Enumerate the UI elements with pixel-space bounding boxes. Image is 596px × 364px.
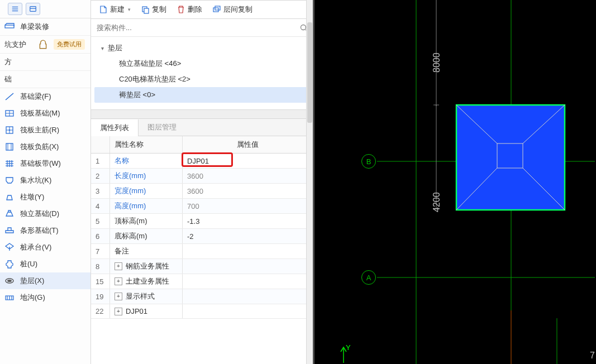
property-name: +DJP01 <box>110 304 183 318</box>
delete-button[interactable]: 删除 <box>172 3 207 16</box>
property-row[interactable]: 19 +显示样式 <box>91 289 313 304</box>
property-value[interactable] <box>183 274 313 289</box>
property-value[interactable]: -1.3 <box>183 214 313 228</box>
component-tree: ▾ 垫层 独立基础垫层 <46> C20电梯基坑垫层 <2> 褥垫层 <0> <box>91 37 313 109</box>
property-value[interactable]: 700 <box>183 199 313 213</box>
header-name: 属性名称 <box>110 136 183 153</box>
search-input[interactable] <box>96 21 299 34</box>
svg-rect-13 <box>6 143 13 150</box>
tree-parent[interactable]: ▾ 垫层 <box>94 40 309 56</box>
new-button[interactable]: 新建 ▾ <box>94 3 135 16</box>
view-card-button[interactable] <box>26 3 40 15</box>
svg-rect-3 <box>30 7 36 12</box>
sidebar-item[interactable]: 柱墩(Y) <box>0 189 90 205</box>
component-icon <box>4 125 15 135</box>
sidebar-item[interactable]: 条形基础(T) <box>0 222 90 239</box>
dropdown-icon: ▾ <box>128 7 131 12</box>
copy-button[interactable]: 复制 <box>136 3 171 16</box>
sidebar-item[interactable]: 桩承台(V) <box>0 239 90 256</box>
floor-copy-button[interactable]: 层间复制 <box>208 3 257 16</box>
component-icon <box>4 142 15 152</box>
property-row[interactable]: 7 备注 <box>91 244 313 259</box>
sidebar-group-chu[interactable]: 础 <box>0 70 90 88</box>
property-row[interactable]: 2 长度(mm) 3600 <box>91 169 313 184</box>
property-value[interactable]: DJP01 <box>183 154 313 168</box>
sidebar-item[interactable]: 筏板负筋(X) <box>0 138 90 155</box>
property-panel: × 属性列表 图层管理 属性名称 属性值 1 名称 DJP01 2 长度(mm)… <box>91 109 313 364</box>
component-icon <box>4 92 15 102</box>
vertical-scrollbar[interactable] <box>306 0 313 364</box>
sidebar-item-pit[interactable]: 坑支护 免费试用 <box>0 35 90 53</box>
search-box[interactable] <box>91 19 313 37</box>
row-index: 6 <box>91 229 110 243</box>
tab-properties[interactable]: 属性列表 <box>91 119 139 136</box>
sidebar-item[interactable]: 独立基础(D) <box>0 205 90 222</box>
component-icon <box>4 242 15 252</box>
header-value: 属性值 <box>183 136 313 153</box>
cad-viewport[interactable]: B A 8000 4200 Y 7 <box>314 0 596 364</box>
row-index: 4 <box>91 199 110 213</box>
component-icon <box>4 226 15 236</box>
expand-icon[interactable]: + <box>115 308 122 315</box>
sidebar-item[interactable]: 筏板基础(M) <box>0 105 90 122</box>
property-value[interactable]: -2 <box>183 229 313 243</box>
sidebar-item[interactable]: 垫层(X) <box>0 272 90 289</box>
scrollbar-thumb[interactable] <box>307 22 312 123</box>
property-row[interactable]: 5 顶标高(m) -1.3 <box>91 214 313 229</box>
sidebar-item[interactable]: 基础板带(W) <box>0 155 90 172</box>
property-table: 属性名称 属性值 1 名称 DJP01 2 长度(mm) 3600 3 宽度(m… <box>91 136 313 364</box>
view-list-button[interactable] <box>8 3 22 15</box>
sidebar-item[interactable]: 集水坑(K) <box>0 172 90 189</box>
component-icon <box>4 192 15 202</box>
property-name: 长度(mm) <box>110 169 183 183</box>
expand-icon[interactable]: + <box>115 277 122 285</box>
sidebar-item-label: 条形基础(T) <box>20 226 85 236</box>
copy-icon <box>141 5 150 14</box>
tree-item[interactable]: C20电梯基坑垫层 <2> <box>94 71 309 87</box>
property-value[interactable]: 3600 <box>183 169 313 183</box>
expand-icon[interactable]: + <box>115 293 122 300</box>
axis-bubble-b: B <box>361 154 376 169</box>
property-row[interactable]: 4 高度(mm) 700 <box>91 199 313 214</box>
row-index: 8 <box>91 259 110 274</box>
expand-icon[interactable]: + <box>115 262 122 270</box>
property-row[interactable]: 8 +钢筋业务属性 <box>91 259 313 274</box>
tree-item[interactable]: 独立基础垫层 <46> <box>94 56 309 71</box>
component-icon <box>4 175 15 185</box>
property-value[interactable] <box>183 244 313 258</box>
property-row[interactable]: 1 名称 DJP01 <box>91 154 313 169</box>
row-index: 15 <box>91 274 110 289</box>
dimension-4200: 4200 <box>432 192 442 212</box>
property-value[interactable] <box>183 289 313 304</box>
component-panel: 新建 ▾ 复制 删除 层间复制 ▾ 垫层 <box>91 0 314 364</box>
property-row[interactable]: 6 底标高(m) -2 <box>91 229 313 244</box>
sidebar-item[interactable]: 筏板主筋(R) <box>0 122 90 138</box>
svg-rect-29 <box>144 8 149 13</box>
dimension-8000: 8000 <box>432 52 442 73</box>
property-value[interactable]: 3600 <box>183 184 313 198</box>
sidebar-item[interactable]: 基础梁(F) <box>0 88 90 105</box>
sidebar-item[interactable]: 地沟(G) <box>0 289 90 306</box>
component-icon <box>4 259 15 269</box>
sidebar-item-label: 柱墩(Y) <box>20 192 85 202</box>
property-row[interactable]: 3 宽度(mm) 3600 <box>91 184 313 199</box>
property-row[interactable]: 22 +DJP01 <box>91 304 313 319</box>
property-value[interactable] <box>183 259 313 274</box>
collapse-icon: ▾ <box>99 45 106 51</box>
cad-canvas <box>314 0 596 364</box>
tab-layers[interactable]: 图层管理 <box>139 119 185 136</box>
svg-point-12 <box>9 130 11 131</box>
property-row[interactable]: 15 +土建业务属性 <box>91 274 313 289</box>
sidebar-item-label: 基础梁(F) <box>20 92 85 102</box>
sidebar-item-label: 筏板基础(M) <box>20 108 85 118</box>
row-index: 1 <box>91 154 110 168</box>
sidebar-item[interactable]: 桩(U) <box>0 256 90 272</box>
tree-item-selected[interactable]: 褥垫层 <0> <box>94 87 309 103</box>
component-icon <box>4 293 15 303</box>
sidebar-group-fang[interactable]: 方 <box>0 53 90 70</box>
property-name: +显示样式 <box>110 289 183 304</box>
footing-shape <box>456 105 565 210</box>
property-value[interactable] <box>183 304 313 318</box>
component-icon <box>4 159 15 169</box>
sidebar-item-beam-deco[interactable]: 单梁装修 <box>0 18 90 35</box>
